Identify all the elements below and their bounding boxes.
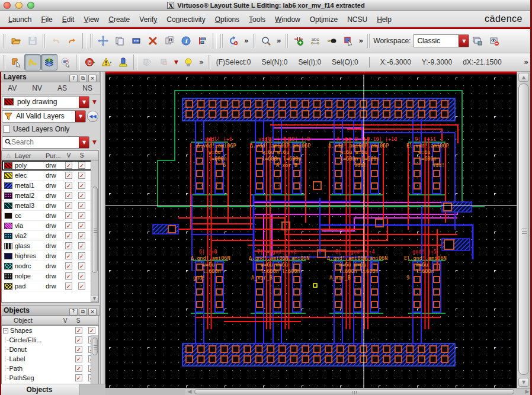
vis-mode-as[interactable]: AS (53, 83, 71, 94)
workspace-combo[interactable]: Classic▼ (413, 34, 469, 47)
selectable-checkbox[interactable]: ✓ (78, 222, 85, 229)
layer-table-scrollbar[interactable]: ▼ (91, 160, 98, 302)
selectable-checkbox[interactable]: ✓ (78, 242, 85, 249)
tree-item-donut[interactable]: ┆--Donut✓✓ (2, 345, 98, 354)
menu-ncsu[interactable]: NCSU (342, 15, 372, 24)
ws-save-button[interactable] (469, 33, 486, 49)
dim-edit-button[interactable] (139, 54, 156, 70)
visible-checkbox[interactable]: ✓ (65, 232, 72, 239)
menu-create[interactable]: Create (104, 15, 134, 24)
visible-checkbox[interactable]: ✓ (75, 355, 82, 362)
visible-checkbox[interactable]: ✓ (65, 182, 72, 189)
selectable-checkbox[interactable]: ✓ (78, 272, 85, 280)
column-header[interactable]: S (72, 317, 85, 324)
selectable-checkbox[interactable]: ✓ (78, 162, 85, 169)
layer-row-pad[interactable]: paddrw✓✓ (2, 281, 98, 291)
create-pin-button[interactable] (323, 33, 340, 49)
toolbar-grip[interactable] (208, 55, 211, 69)
canvas-vscrollbar[interactable]: ▲ ▼ (517, 72, 530, 388)
tree-item-pathseg[interactable]: ┆--PathSeg✓✓ (2, 373, 98, 383)
toolbar-grip[interactable] (220, 34, 223, 48)
overflow-chevron[interactable]: » (197, 58, 206, 66)
visible-checkbox[interactable]: ✓ (75, 365, 82, 372)
layer-menu-caret[interactable]: ▼ (92, 99, 97, 105)
toolbar-grip[interactable] (367, 34, 370, 48)
layer-row-metal2[interactable]: metal2drw✓✓ (2, 191, 98, 201)
partial-select-button[interactable] (8, 54, 24, 70)
open-button[interactable] (8, 33, 24, 49)
menu-options[interactable]: Options (210, 15, 244, 24)
layout-canvas[interactable]: vddl! |+6Δ.vdd!.ami06Pw=6ul=600n6vddl! |… (105, 72, 517, 388)
collapse-panel-button[interactable]: ◀◀ (87, 111, 98, 122)
selectable-checkbox[interactable]: ✓ (78, 202, 85, 209)
delete-button[interactable] (145, 33, 161, 49)
stretch-button[interactable] (128, 33, 145, 49)
visible-checkbox[interactable]: ✓ (75, 336, 82, 343)
layer-row-highres[interactable]: highresdrw✓✓ (2, 251, 98, 261)
info-button[interactable]: i (178, 33, 194, 49)
overflow-chevron[interactable]: » (274, 37, 284, 45)
search-dropdown-button[interactable]: ▼ (79, 137, 89, 148)
layer-row-via[interactable]: viadrw✓✓ (2, 221, 98, 231)
visible-checkbox[interactable]: ✓ (65, 252, 72, 259)
zoom-button[interactable] (258, 33, 274, 49)
scroll-down-button[interactable]: ▼ (518, 378, 529, 387)
overflow-chevron[interactable]: » (357, 37, 366, 45)
redo-button[interactable] (64, 33, 81, 49)
visible-checkbox[interactable]: ✓ (65, 272, 72, 280)
toolbar-grip[interactable] (3, 34, 6, 48)
close-button[interactable] (4, 2, 11, 9)
visible-checkbox[interactable]: ✓ (65, 212, 72, 219)
overflow-chevron[interactable]: » (242, 37, 251, 45)
layer-stack-button[interactable] (41, 54, 57, 70)
menu-verify[interactable]: Verify (134, 15, 162, 24)
selectable-checkbox[interactable]: ✓ (78, 172, 85, 179)
column-header[interactable]: S (75, 152, 88, 159)
menu-connectivity[interactable]: Connectivity (162, 15, 210, 24)
layer-row-glass[interactable]: glassdrw✓✓ (2, 241, 98, 251)
selectable-checkbox[interactable]: ✓ (78, 182, 85, 189)
mode-menu-caret[interactable]: ▼ (174, 59, 178, 65)
selectable-checkbox[interactable]: ✓ (78, 262, 85, 269)
column-header[interactable]: V (62, 152, 75, 159)
visible-checkbox[interactable]: ✓ (65, 222, 72, 229)
menu-tools[interactable]: Tools (244, 15, 270, 24)
minimize-button[interactable] (15, 2, 23, 9)
help-button[interactable]: ? (69, 75, 78, 82)
tree-expander-icon[interactable]: − (3, 328, 8, 333)
ws-delete-button[interactable] (486, 33, 502, 49)
workspace-dropdown-button[interactable]: ▼ (459, 35, 469, 47)
column-header[interactable]: V (59, 317, 72, 324)
search-menu-caret[interactable]: ▼ (92, 139, 97, 145)
layer-row-metal3[interactable]: metal3drw✓✓ (2, 201, 98, 211)
select-shape-button[interactable] (340, 33, 357, 49)
menu-launch[interactable]: Launch (4, 15, 36, 24)
layer-row-nodrc[interactable]: nodrcdrw✓✓ (2, 261, 98, 271)
selectable-checkbox[interactable]: ✓ (78, 282, 85, 290)
layer-row-via2[interactable]: via2drw✓✓ (2, 231, 98, 241)
visible-checkbox[interactable]: ✓ (75, 374, 82, 381)
layer-row-nolpe[interactable]: nolpedrw✓✓ (2, 271, 98, 281)
menu-window[interactable]: Window (270, 15, 305, 24)
layer-row-elec[interactable]: elecdrw✓✓ (2, 171, 98, 181)
dock-tab-objects[interactable]: Objects (0, 384, 79, 395)
scroll-down-button[interactable]: ▼ (91, 295, 98, 302)
toolbar-grip[interactable] (43, 34, 46, 48)
selectable-checkbox[interactable]: ✓ (78, 192, 85, 199)
vis-mode-av[interactable]: AV (4, 83, 21, 94)
menu-edit[interactable]: Edit (57, 15, 79, 24)
bulb-button[interactable] (180, 54, 197, 70)
column-header[interactable]: Pur... (46, 152, 62, 159)
layer-filter-dropdown-button[interactable]: ▼ (75, 111, 85, 122)
search-input[interactable] (11, 138, 79, 146)
tree-item-circle-elli-[interactable]: ┆--Circle/Elli...✓✓ (2, 335, 98, 345)
copy-button[interactable] (111, 33, 128, 49)
close-panel-button[interactable]: × (88, 75, 97, 82)
route-button[interactable] (24, 54, 41, 70)
canvas-hscrollbar[interactable]: ◀ ▶ (185, 388, 532, 395)
lamp-button[interactable] (115, 54, 132, 70)
align-button[interactable] (194, 33, 211, 49)
stop-hand-button[interactable] (82, 54, 98, 70)
overflow-chevron[interactable]: » (521, 58, 531, 66)
visible-checkbox[interactable]: ✓ (65, 162, 72, 169)
